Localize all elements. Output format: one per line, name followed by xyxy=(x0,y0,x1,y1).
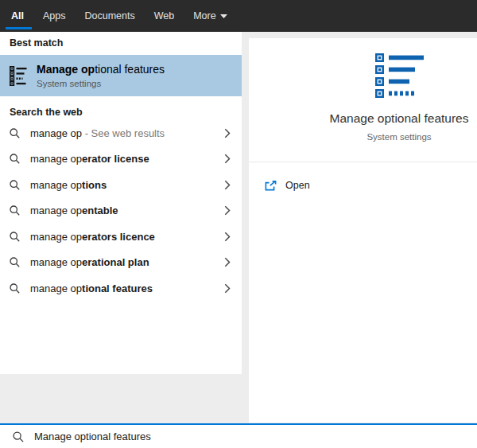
preview-panel: Manage optional features System settings… xyxy=(249,38,477,423)
tab-apps[interactable]: Apps xyxy=(33,0,76,32)
triangle-down-icon xyxy=(220,14,227,18)
preview-title: Manage optional features xyxy=(249,111,477,126)
search-icon xyxy=(10,154,20,164)
suggestion-row[interactable]: manage options xyxy=(0,172,242,198)
search-icon xyxy=(10,205,20,216)
best-match-subtitle: System settings xyxy=(37,79,165,89)
search-icon xyxy=(13,431,24,442)
search-icon xyxy=(10,128,20,138)
search-icon xyxy=(10,232,20,242)
chevron-right-icon[interactable] xyxy=(224,232,231,242)
tab-more-label: More xyxy=(193,10,215,21)
search-icon xyxy=(10,257,20,267)
best-match-title: Manage optional features xyxy=(37,62,165,76)
suggestion-row[interactable]: manage operator license xyxy=(0,146,242,173)
optional-features-icon-large xyxy=(375,53,425,99)
chevron-right-icon[interactable] xyxy=(224,180,231,190)
search-results-panel: Best match xyxy=(0,32,242,374)
search-bar[interactable]: Manage optional features xyxy=(0,423,477,448)
search-icon xyxy=(10,180,20,190)
web-suggestions-list: manage op - See web results manage opera… xyxy=(0,120,242,302)
tab-apps-label: Apps xyxy=(43,10,66,21)
search-icon xyxy=(10,283,20,294)
optional-features-icon xyxy=(10,66,27,86)
tab-all[interactable]: All xyxy=(2,0,33,32)
chevron-right-icon[interactable] xyxy=(224,257,231,267)
open-external-icon xyxy=(265,181,277,191)
suggestion-row[interactable]: manage optional features xyxy=(0,275,242,302)
suggestion-row[interactable]: manage op - See web results xyxy=(0,120,242,146)
suggestion-row[interactable]: manage operational plan xyxy=(0,250,242,276)
tab-all-label: All xyxy=(11,10,24,21)
best-match-result[interactable]: Manage optional features System settings xyxy=(0,55,242,96)
search-web-section-label: Search the web xyxy=(10,96,242,118)
tab-web-label: Web xyxy=(154,10,174,21)
best-match-section-label: Best match xyxy=(10,32,242,49)
preview-subtitle: System settings xyxy=(249,132,477,142)
suggestion-row[interactable]: manage operators licence xyxy=(0,224,242,250)
open-action-label: Open xyxy=(285,180,310,191)
chevron-right-icon[interactable] xyxy=(224,154,231,164)
tab-documents[interactable]: Documents xyxy=(75,0,144,32)
chevron-right-icon[interactable] xyxy=(224,128,231,138)
active-tab-indicator xyxy=(6,27,32,30)
chevron-right-icon[interactable] xyxy=(224,205,231,216)
search-input[interactable]: Manage optional features xyxy=(34,430,151,442)
preview-divider xyxy=(249,162,477,162)
tab-web[interactable]: Web xyxy=(145,0,184,32)
search-filter-tabbar: All Apps Documents Web More xyxy=(0,0,477,32)
open-action[interactable]: Open xyxy=(265,173,310,197)
chevron-right-icon[interactable] xyxy=(224,283,231,294)
tab-documents-label: Documents xyxy=(84,10,134,21)
suggestion-row[interactable]: manage opentable xyxy=(0,198,242,224)
tab-more[interactable]: More xyxy=(184,0,236,32)
